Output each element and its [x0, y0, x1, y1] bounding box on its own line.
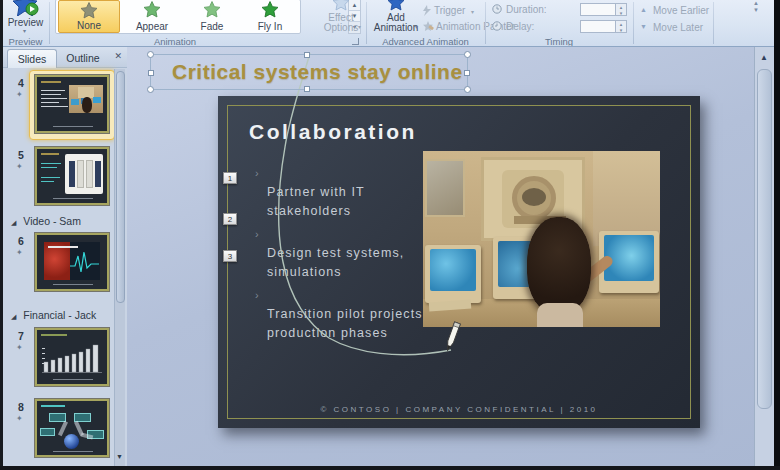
slide-6-animation-indicator-icon: ✦: [16, 248, 23, 257]
none-star-icon: [81, 2, 98, 19]
slide-canvas[interactable]: Collaboration ›Partner with IT stakehold…: [218, 96, 700, 428]
slide-photo-mri-control-room[interactable]: [423, 151, 660, 327]
advanced-animation-group: Add Animation ▾ Trigger ▾ Animation Pain…: [367, 0, 484, 46]
delay-row: Delay: ▴ ▾: [492, 20, 632, 34]
slide-5-number: 5: [18, 149, 24, 161]
window-edge-right: [774, 0, 780, 470]
section-collapse-icon: ◢: [11, 219, 16, 226]
delay-spinner[interactable]: ▴ ▾: [616, 20, 627, 33]
duration-clock-icon: [492, 4, 502, 14]
slide-6-thumbnail[interactable]: [35, 233, 109, 291]
animation-style-label: Appear: [122, 21, 182, 32]
reorder-animation-area: ▲ Move Earlier ▼ Move Later: [634, 0, 744, 46]
resize-handle-s[interactable]: [304, 86, 310, 92]
animation-style-fade[interactable]: Fade: [182, 0, 242, 33]
panel-scroll-down-icon[interactable]: ▼: [116, 453, 123, 460]
thumb-video-frame: [44, 242, 100, 280]
slide-4-animation-indicator-icon: ✦: [16, 90, 23, 99]
workspace-scroll-up-icon[interactable]: ▲: [760, 53, 768, 62]
slide-8-animation-indicator-icon: ✦: [16, 414, 23, 423]
resize-handle-n[interactable]: [304, 52, 310, 58]
section-header-financial[interactable]: ◢ Financial - Jack: [11, 309, 96, 321]
ribbon-scroll-marks[interactable]: ▲▼: [753, 0, 759, 14]
slide-7-thumbnail[interactable]: [35, 328, 109, 386]
advanced-animation-group-label: Advanced Animation: [367, 36, 484, 47]
dropdown-arrow-icon: ▾: [471, 8, 474, 15]
wall-art: [425, 159, 465, 217]
animation-badge-2[interactable]: 2: [223, 213, 237, 225]
spinner-down-icon[interactable]: ▾: [616, 27, 626, 33]
slide-5-thumbnail[interactable]: [35, 147, 109, 205]
monitor-left: [425, 245, 481, 303]
animation-painter-icon: [423, 21, 434, 32]
add-animation-button[interactable]: Add Animation ▾: [371, 0, 421, 34]
duration-spinner[interactable]: ▴ ▾: [616, 3, 627, 16]
move-later-button[interactable]: ▼ Move Later: [640, 22, 740, 35]
section-collapse-icon: ◢: [11, 313, 16, 320]
preview-group: Preview ▾ Preview: [3, 0, 48, 46]
tab-outline[interactable]: Outline: [60, 49, 106, 68]
flyin-star-icon: [262, 1, 279, 18]
panel-scrollbar-thumb[interactable]: [116, 71, 125, 303]
window-edge-left: [0, 0, 3, 470]
tab-slides[interactable]: Slides: [7, 49, 57, 68]
animation-style-none[interactable]: None: [58, 0, 120, 33]
animation-badge-1[interactable]: 1: [223, 172, 237, 184]
animation-group: None Appear Fade Fly In: [50, 0, 366, 46]
thumb-photo: [69, 85, 103, 113]
duration-input[interactable]: [580, 3, 616, 16]
section-header-video[interactable]: ◢ Video - Sam: [11, 215, 81, 227]
animation-style-flyin[interactable]: Fly In: [240, 0, 300, 33]
effect-options-icon: [332, 0, 350, 11]
panel-tab-row: Slides Outline ✕: [3, 47, 127, 68]
resize-handle-nw[interactable]: [147, 51, 154, 58]
move-earlier-button[interactable]: ▲ Move Earlier: [640, 5, 740, 18]
spinner-down-icon[interactable]: ▾: [616, 10, 626, 16]
resize-handle-w[interactable]: [148, 70, 154, 76]
panel-scrollbar[interactable]: ▼: [114, 69, 125, 466]
close-panel-button[interactable]: ✕: [114, 51, 122, 61]
resize-handle-e[interactable]: [464, 70, 470, 76]
floating-title-text[interactable]: Critical systems stay online: [172, 60, 463, 84]
preview-button[interactable]: Preview ▾: [5, 0, 46, 33]
dropdown-arrow-icon: ▾: [358, 23, 361, 30]
resize-handle-ne[interactable]: [464, 51, 471, 58]
preview-icon: [13, 0, 39, 16]
thumb-sphere: [64, 434, 79, 449]
animation-dialog-launcher[interactable]: [352, 38, 359, 45]
slide-footer: © CONTOSO | COMPANY CONFIDENTIAL | 2010: [218, 405, 700, 414]
timing-group: Duration: ▴ ▾ Delay: ▴ ▾ Timing: [486, 0, 632, 46]
slide-4-thumbnail[interactable]: [35, 75, 109, 133]
trigger-icon: [423, 5, 431, 16]
effect-options-button[interactable]: Effect Options ▾: [318, 0, 364, 34]
slide-8-thumbnail[interactable]: [35, 399, 109, 457]
selected-title-textbox[interactable]: Critical systems stay online: [150, 54, 468, 90]
delay-input[interactable]: [580, 20, 616, 33]
slide-6-number: 6: [18, 235, 24, 247]
slide-8-number: 8: [18, 401, 24, 413]
animation-badge-3[interactable]: 3: [223, 250, 237, 262]
move-later-label: Move Later: [653, 22, 703, 33]
animation-style-appear[interactable]: Appear: [122, 0, 182, 33]
timing-group-label: Timing: [486, 36, 632, 47]
slide-7-number: 7: [18, 330, 24, 342]
slides-panel: Slides Outline ✕ 4 ✦ 5 ✦: [3, 47, 127, 466]
duration-label: Duration:: [506, 4, 547, 15]
resize-handle-sw[interactable]: [147, 86, 154, 93]
move-earlier-icon: ▲: [640, 6, 647, 13]
person-hair: [527, 217, 591, 313]
slide-title[interactable]: Collaboration: [249, 120, 417, 144]
move-earlier-label: Move Earlier: [653, 5, 709, 16]
dropdown-arrow-icon: ▾: [23, 27, 26, 34]
animation-style-label: Fade: [182, 21, 242, 32]
animation-styles-gallery: None Appear Fade Fly In: [55, 0, 301, 34]
window-edge-bottom: [0, 466, 780, 470]
trigger-button[interactable]: Trigger ▾: [423, 4, 483, 18]
fade-star-icon: [204, 1, 221, 18]
delay-label: Delay:: [506, 21, 534, 32]
bullet-marker-icon: ›: [255, 225, 260, 244]
workspace-scrollbar-thumb[interactable]: [757, 69, 772, 409]
slide-5-animation-indicator-icon: ✦: [16, 162, 23, 171]
resize-handle-se[interactable]: [464, 86, 471, 93]
workspace-scrollbar[interactable]: ▲: [754, 47, 774, 466]
